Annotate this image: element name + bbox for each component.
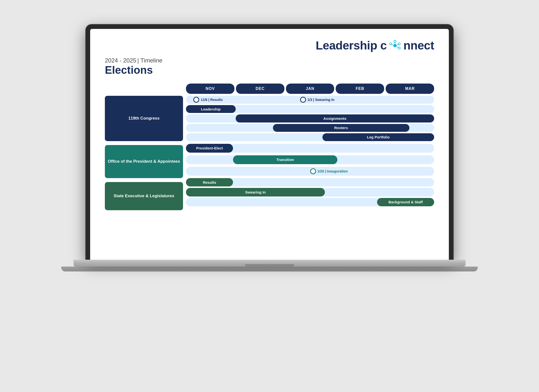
state-swearing-bar: Swearing In: [186, 188, 325, 196]
laptop-screen-inner: Leadership c: [90, 29, 449, 260]
bg-staff-row: Background & Staff: [186, 198, 434, 206]
leg-portfolio-label: Leg Portfolio: [367, 135, 390, 139]
swearing-milestone: 1/3 | Swearing In: [300, 97, 334, 103]
network-icon: [389, 39, 401, 52]
row-labels: 119th Congress Office of the President &…: [105, 84, 183, 210]
bg-staff-label: Background & Staff: [388, 200, 423, 204]
svg-line-8: [392, 44, 393, 45]
month-dec: DEC: [236, 84, 284, 94]
month-mar: MAR: [386, 84, 434, 94]
inauguration-milestone: 1/20 | Inauguration: [310, 168, 348, 174]
rosters-row: Rosters: [186, 124, 434, 132]
leg-portfolio-row: Leg Portfolio: [186, 133, 434, 141]
laptop-base: [74, 260, 466, 267]
screen-content: Leadership c: [90, 29, 449, 260]
svg-point-2: [398, 43, 400, 45]
congress-label: 119th Congress: [105, 96, 183, 141]
results-circle: [193, 97, 199, 103]
laptop-wrapper: Leadership c: [61, 24, 478, 368]
svg-point-1: [394, 40, 396, 42]
state-results-row: Results: [186, 178, 434, 186]
svg-point-4: [390, 43, 392, 45]
inauguration-label: 1/20 | Inauguration: [318, 169, 348, 173]
svg-line-7: [397, 46, 398, 48]
state-results-bar: Results: [186, 178, 233, 186]
logo-text-2: nnect: [403, 39, 434, 52]
leadership-row: Leadership: [186, 105, 434, 113]
swearing-label: 1/3 | Swearing In: [307, 98, 334, 102]
page-subtitle: 2024 - 2025: [105, 57, 136, 64]
congress-milestone-row: 11/6 | Results 1/3 | Swearing In: [186, 96, 434, 104]
state-label: State Executive & Legislatures: [105, 182, 183, 210]
logo-container: Leadership c: [316, 39, 434, 52]
president-section: President-Elect Transition: [186, 143, 434, 176]
president-elect-row: President-Elect: [186, 144, 434, 153]
results-milestone: 11/6 | Results: [193, 97, 223, 103]
inauguration-row: 1/20 | Inauguration: [186, 167, 434, 176]
logo-text: Leadership c: [316, 39, 387, 52]
rosters-label: Rosters: [334, 126, 348, 130]
assignments-row: Assignments: [186, 114, 434, 122]
rosters-bar: Rosters: [273, 124, 409, 132]
timeline-container: 119th Congress Office of the President &…: [105, 84, 434, 210]
page-title: Elections: [105, 64, 434, 76]
inauguration-circle: [310, 168, 316, 174]
assignments-label: Assignments: [323, 116, 346, 121]
president-label: Office of the President & Appointees: [105, 145, 183, 178]
header-row: Leadership c: [105, 39, 434, 52]
congress-section: 11/6 | Results 1/3 | Swearing In: [186, 96, 434, 141]
leadership-bar: Leadership: [186, 105, 236, 113]
title-area: 2024 - 2025 | Timeline Elections: [105, 57, 434, 76]
leg-portfolio-bar: Leg Portfolio: [322, 133, 434, 141]
month-nov: NOV: [186, 84, 234, 94]
transition-row: Transition: [186, 155, 434, 164]
svg-line-6: [397, 44, 398, 45]
svg-point-0: [393, 44, 396, 47]
bg-staff-bar: Background & Staff: [377, 198, 434, 206]
state-swearing-label: Swearing In: [245, 190, 266, 194]
state-section: Results Swearing In: [186, 178, 434, 206]
results-label: 11/6 | Results: [201, 98, 223, 102]
swearing-circle: [300, 97, 306, 103]
laptop-bottom: [61, 267, 478, 271]
leadership-label: Leadership: [201, 107, 220, 111]
president-elect-bar: President-Elect: [186, 144, 233, 153]
month-jan: JAN: [286, 84, 334, 94]
state-results-label: Results: [203, 180, 216, 184]
transition-label: Transition: [276, 158, 294, 162]
month-headers: NOV DEC JAN FEB MAR: [186, 84, 434, 94]
assignments-bar: Assignments: [236, 114, 434, 122]
svg-point-3: [398, 47, 400, 49]
president-elect-label: President-Elect: [196, 146, 223, 150]
transition-bar: Transition: [233, 155, 337, 164]
timeline-grid: NOV DEC JAN FEB MAR: [186, 84, 434, 210]
laptop-screen-outer: Leadership c: [86, 24, 453, 260]
state-swearing-row: Swearing In: [186, 188, 434, 196]
month-feb: FEB: [336, 84, 384, 94]
